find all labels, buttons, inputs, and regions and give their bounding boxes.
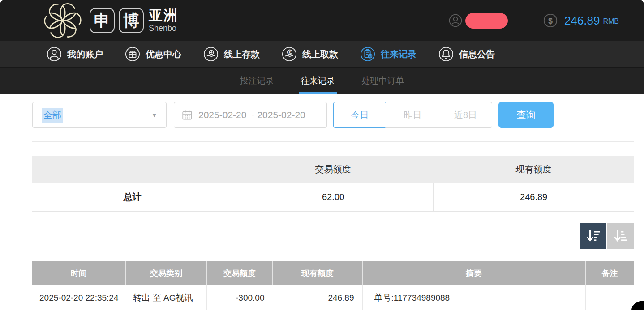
- date-range-value: 2025-02-20 ~ 2025-02-20: [198, 110, 305, 120]
- nav-item-promotions[interactable]: 优惠中心: [125, 47, 181, 62]
- dollar-coin-icon: $: [543, 13, 558, 28]
- sort-descending-icon: [585, 228, 601, 244]
- nav-label: 往来记录: [381, 48, 416, 60]
- summary-transaction-amount-value: 62.00: [233, 183, 434, 211]
- page: 申 博 亚洲 Shenbo $ 246.89 RMB: [0, 0, 644, 310]
- selected-type-value: 全部: [42, 108, 63, 123]
- calendar-icon: [181, 109, 193, 121]
- records-header-row: 时间 交易类别 交易额度 现有额度 摘要 备注: [32, 261, 634, 285]
- topbar-account-area: $ 246.89 RMB: [448, 13, 644, 29]
- summary-header-current-balance: 现有额度: [433, 163, 634, 175]
- main-nav: 我的账户 优惠中心 线上存款: [0, 41, 644, 68]
- nav-label: 优惠中心: [146, 48, 181, 60]
- logo-region-text: 亚洲: [149, 8, 178, 23]
- section-divider: [32, 141, 634, 142]
- username-pill[interactable]: [465, 13, 508, 29]
- record-balance: 246.89: [273, 285, 362, 310]
- record-remark: [585, 285, 634, 310]
- quick-range-group: 今日 昨日 近8日: [333, 102, 492, 128]
- sort-controls: [32, 223, 634, 249]
- record-time: 2025-02-20 22:35:24: [32, 285, 126, 310]
- sort-descending-button[interactable]: [580, 223, 606, 249]
- records-header-type: 交易类别: [126, 261, 206, 285]
- record-type: 转出 至 AG视讯: [126, 285, 206, 310]
- nav-item-my-account[interactable]: 我的账户: [47, 47, 103, 62]
- deposit-icon: [203, 47, 219, 62]
- balance-currency: RMB: [603, 17, 619, 25]
- records-header-remark: 备注: [585, 261, 634, 285]
- user-icon: [47, 47, 62, 62]
- nav-item-announcements[interactable]: 信息公告: [438, 47, 495, 62]
- summary-total-label: 总计: [32, 183, 233, 211]
- date-range-input[interactable]: 2025-02-20 ~ 2025-02-20: [174, 102, 327, 128]
- nav-item-online-deposit[interactable]: 线上存款: [203, 47, 260, 62]
- records-header-amount: 交易额度: [206, 261, 273, 285]
- nav-label: 我的账户: [67, 48, 103, 60]
- bell-icon: [438, 47, 454, 62]
- chevron-down-icon: ▼: [151, 112, 157, 119]
- record-summary: 单号:117734989088: [362, 285, 585, 310]
- records-table: 时间 交易类别 交易额度 现有额度 摘要 备注 2025-02-20 22:35…: [32, 261, 634, 310]
- records-icon: [360, 47, 375, 62]
- transaction-type-select[interactable]: 全部 ▼: [32, 102, 167, 128]
- logo-char-box: 申: [90, 8, 115, 33]
- summary-current-balance-value: 246.89: [433, 183, 634, 211]
- table-row: 2025-02-20 22:35:24 转出 至 AG视讯 -300.00 24…: [32, 285, 634, 310]
- summary-header-transaction-amount: 交易额度: [233, 163, 434, 175]
- tab-betting-records[interactable]: 投注记录: [227, 68, 288, 94]
- summary-table: 交易额度 现有额度 总计 62.00 246.89: [32, 156, 634, 212]
- range-last8days-button[interactable]: 近8日: [439, 102, 492, 128]
- withdraw-icon: $: [282, 47, 297, 62]
- svg-text:$: $: [289, 51, 291, 55]
- flower-logo-icon: [43, 1, 82, 40]
- summary-total-row: 总计 62.00 246.89: [32, 183, 634, 212]
- avatar-icon: [448, 13, 463, 28]
- svg-text:$: $: [548, 17, 553, 25]
- record-amount: -300.00: [206, 285, 273, 310]
- nav-label: 线上取款: [302, 48, 338, 60]
- record-tabs: 投注记录 往来记录 处理中订单: [0, 68, 644, 94]
- nav-item-transaction-records[interactable]: 往来记录: [360, 47, 416, 62]
- records-header-balance: 现有额度: [273, 261, 362, 285]
- filter-row: 全部 ▼ 2025-02-20 ~ 2025-02-20 今日: [32, 102, 634, 128]
- main-content: 全部 ▼ 2025-02-20 ~ 2025-02-20 今日: [0, 94, 644, 310]
- range-today-button[interactable]: 今日: [333, 102, 386, 128]
- sort-ascending-button[interactable]: [607, 223, 634, 249]
- logo-char-box: 博: [119, 8, 144, 33]
- topbar: 申 博 亚洲 Shenbo $ 246.89 RMB: [0, 0, 644, 41]
- summary-table-header: 交易额度 现有额度: [32, 156, 634, 183]
- balance-amount: 246.89: [564, 14, 600, 28]
- tab-processing-orders[interactable]: 处理中订单: [348, 68, 418, 94]
- nav-label: 信息公告: [459, 48, 495, 60]
- range-yesterday-button[interactable]: 昨日: [386, 102, 439, 128]
- gift-icon: [125, 47, 140, 62]
- sort-ascending-icon: [613, 228, 629, 244]
- logo-en-text: Shenbo: [149, 24, 178, 33]
- records-header-time: 时间: [32, 261, 126, 285]
- nav-item-online-withdrawal[interactable]: $ 线上取款: [282, 47, 338, 62]
- nav-label: 线上存款: [224, 48, 260, 60]
- balance-group: $ 246.89 RMB: [543, 13, 619, 28]
- brand-logo[interactable]: 申 博 亚洲 Shenbo: [43, 1, 178, 40]
- tab-transaction-records[interactable]: 往来记录: [288, 68, 348, 94]
- records-header-summary: 摘要: [362, 261, 585, 285]
- search-button[interactable]: 查询: [498, 102, 554, 128]
